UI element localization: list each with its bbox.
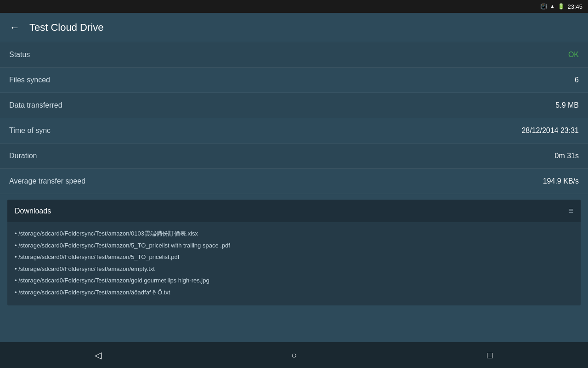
wifi-icon: ▲ [550, 3, 555, 10]
info-value: OK [568, 51, 579, 59]
info-row: Time of sync28/12/2014 23:31 [0, 118, 588, 144]
download-item: • /storage/sdcard0/Foldersync/Test/amazo… [15, 287, 573, 299]
downloads-header: Downloads ≡ [7, 200, 581, 222]
nav-home-icon: ○ [291, 350, 297, 361]
app-title: Test Cloud Drive [29, 22, 103, 34]
info-value: 28/12/2014 23:31 [521, 126, 579, 135]
nav-home-button[interactable]: ○ [280, 346, 308, 364]
info-row: StatusOK [0, 42, 588, 68]
nav-bar: ◁ ○ □ [0, 342, 588, 368]
downloads-section: Downloads ≡ • /storage/sdcard0/Foldersyn… [7, 200, 581, 305]
download-item: • /storage/sdcard0/Foldersync/Test/amazo… [15, 263, 573, 275]
info-value: 5.9 MB [555, 101, 579, 109]
status-bar: 📳 ▲ 🔋 23:45 [0, 0, 588, 13]
back-icon: ← [10, 22, 20, 34]
back-button[interactable]: ← [7, 20, 22, 35]
nav-recents-button[interactable]: □ [476, 346, 504, 364]
list-icon: ≡ [568, 206, 573, 216]
info-value: 194.9 KB/s [543, 177, 579, 185]
battery-icon: 🔋 [558, 3, 565, 10]
download-item: • /storage/sdcard0/Foldersync/Test/amazo… [15, 251, 573, 263]
info-label: Duration [9, 152, 37, 160]
nav-recents-icon: □ [487, 350, 493, 361]
download-item: • /storage/sdcard0/Foldersync/Test/amazo… [15, 228, 573, 240]
info-row: Files synced6 [0, 68, 588, 93]
downloads-list: • /storage/sdcard0/Foldersync/Test/amazo… [7, 222, 581, 305]
download-item: • /storage/sdcard0/Foldersync/Test/amazo… [15, 275, 573, 287]
info-value: 6 [575, 76, 579, 84]
info-label: Time of sync [9, 126, 51, 135]
info-row: Data transferred5.9 MB [0, 93, 588, 118]
info-row: Duration0m 31s [0, 144, 588, 169]
nav-back-button[interactable]: ◁ [84, 346, 112, 364]
content-area: StatusOKFiles synced6Data transferred5.9… [0, 42, 588, 305]
download-item: • /storage/sdcard0/Foldersync/Test/amazo… [15, 240, 573, 252]
info-label: Files synced [9, 76, 50, 84]
info-label: Status [9, 51, 30, 59]
info-value: 0m 31s [555, 152, 579, 160]
nav-back-icon: ◁ [95, 350, 102, 361]
status-time: 23:45 [567, 3, 582, 10]
info-row: Average transfer speed194.9 KB/s [0, 169, 588, 194]
info-rows-container: StatusOKFiles synced6Data transferred5.9… [0, 42, 588, 194]
info-label: Data transferred [9, 101, 62, 109]
vibrate-icon: 📳 [540, 3, 547, 10]
downloads-title: Downloads [15, 207, 51, 215]
status-icons: 📳 ▲ 🔋 23:45 [540, 3, 582, 10]
info-label: Average transfer speed [9, 177, 85, 185]
app-bar: ← Test Cloud Drive [0, 13, 588, 42]
